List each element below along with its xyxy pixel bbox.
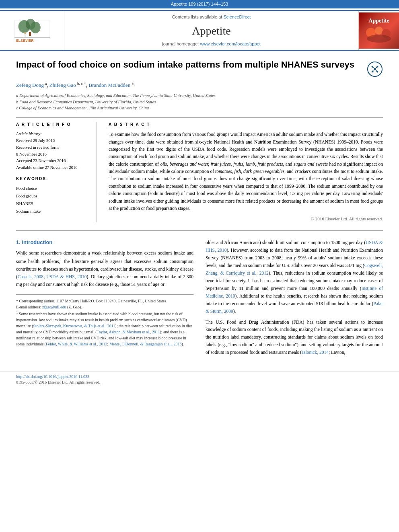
- available-online-date: Available online 27 November 2016: [16, 164, 90, 171]
- divider-2: [16, 230, 383, 231]
- title-row: Impact of food choice on sodium intake p…: [16, 59, 383, 77]
- body-left-col: 1. Introduction While some researchers d…: [16, 239, 193, 360]
- corresponding-footnote: * Corresponding author. 1107 McCarty Hal…: [16, 298, 193, 304]
- elsevier-logo: ELSEVIER: [8, 18, 56, 43]
- journal-title: Appetite: [192, 23, 230, 39]
- crossmark-icon[interactable]: [367, 61, 383, 77]
- affiliation-b: b Food and Resource Economics Department…: [16, 99, 383, 105]
- copyright-line: © 2016 Elsevier Ltd. All rights reserved…: [109, 216, 383, 222]
- bottom-bar: http://dx.doi.org/10.1016/j.appet.2016.1…: [0, 372, 399, 387]
- issn-line: 0195-6663/© 2016 Elsevier Ltd. All right…: [16, 380, 100, 384]
- journal-cover-image: Appetite: [359, 12, 399, 49]
- svg-point-12: [367, 35, 391, 43]
- cover-decoration: [363, 25, 395, 45]
- article-history: Article history: Received 29 July 2016 R…: [16, 131, 90, 171]
- usda-hhs-ref-2[interactable]: USDA & HHS, 2010: [206, 240, 383, 253]
- svg-point-5: [24, 32, 26, 34]
- introduction-title: 1. Introduction: [16, 239, 193, 246]
- journal-citation: Appetite 109 (2017) 144–153: [171, 2, 228, 6]
- keywords-section: Keywords: Food choice Food groups NHANES…: [16, 176, 90, 216]
- keyword-2: Food groups: [16, 193, 90, 200]
- cover-journal-title: Appetite: [368, 17, 389, 25]
- email-footnote: E-mail address: zfgao@ufl.edu (Z. Gao).: [16, 304, 193, 310]
- article-info-abstract: A R T I C L E I N F O Article history: R…: [16, 122, 383, 222]
- keywords-label: Keywords:: [16, 176, 90, 182]
- revised-date: 8 November 2016: [16, 151, 90, 158]
- publisher-logo-area: ELSEVIER: [0, 11, 64, 50]
- body-two-col: 1. Introduction While some researchers d…: [16, 239, 383, 360]
- divider-1: [16, 117, 383, 118]
- email-link[interactable]: zfgao@ufl.edu: [42, 305, 66, 309]
- keyword-4: Sodium intake: [16, 208, 90, 216]
- sciencedirect-link[interactable]: ScienceDirect: [223, 14, 251, 19]
- author-mcfadden[interactable]: Brandon McFadden: [89, 82, 131, 88]
- accepted-date: Accepted 23 November 2016: [16, 158, 90, 164]
- abstract-column: A B S T R A C T To examine how the food …: [109, 122, 383, 222]
- article-title: Impact of food choice on sodium intake p…: [16, 59, 354, 71]
- keywords-list: Food choice Food groups NHANES Sodium in…: [16, 185, 90, 216]
- authors-line: Zefeng Dong a, Zhifeng Gao b, c, *, Bran…: [16, 81, 383, 89]
- affiliation-c: c College of Economics and Management, J…: [16, 105, 383, 111]
- received-date: Received 29 July 2016: [16, 138, 90, 144]
- intro-paragraph-1: While some researchers demonstrate a wea…: [16, 249, 193, 288]
- affiliation-a: a Department of Agricultural Economics, …: [16, 92, 383, 99]
- doi-link[interactable]: http://dx.doi.org/10.1016/j.appet.2016.1…: [16, 374, 89, 379]
- svg-point-17: [374, 68, 376, 70]
- article-info-column: A R T I C L E I N F O Article history: R…: [16, 122, 97, 222]
- abstract-header: A B S T R A C T: [109, 122, 383, 127]
- felder-ref[interactable]: Felder, White, & Williams et al., 2013: [46, 342, 107, 346]
- abstract-text: To examine how the food consumption from…: [109, 131, 383, 212]
- footnote-1-text: 1 Some researchers have shown that sodiu…: [16, 310, 193, 347]
- top-bar: Appetite 109 (2017) 144–153: [0, 0, 399, 8]
- received-revised-label: Received in revised form: [16, 144, 90, 151]
- cogswell-ref[interactable]: Cogswell, Zhang, & Carriquiry et al., 20…: [206, 263, 383, 275]
- author-dong[interactable]: Zefeng Dong: [16, 82, 44, 88]
- keyword-1: Food choice: [16, 185, 90, 193]
- body-right-col: older and African Americans) should limi…: [206, 239, 383, 360]
- palar-ref[interactable]: Palar & Sturm, 2009: [206, 301, 383, 314]
- taylor-ref[interactable]: Taylor, Ashton, & Moxham et al., 2011: [97, 330, 160, 334]
- history-label: Article history:: [16, 131, 90, 138]
- journal-cover-area: Appetite: [359, 11, 399, 50]
- intro-paragraph-right: older and African Americans) should limi…: [206, 239, 383, 357]
- journal-info-center: Contents lists available at ScienceDirec…: [64, 11, 359, 50]
- svg-rect-4: [29, 32, 31, 36]
- main-content: Impact of food choice on sodium intake p…: [0, 51, 399, 368]
- homepage-line: journal homepage: www.elsevier.com/locat…: [162, 41, 261, 47]
- affiliations: a Department of Agricultural Economics, …: [16, 92, 383, 111]
- journal-homepage-link[interactable]: www.elsevier.com/locate/appet: [200, 41, 260, 46]
- svg-text:ELSEVIER: ELSEVIER: [16, 39, 34, 43]
- journal-header: ELSEVIER Contents lists available at Sci…: [0, 10, 399, 51]
- jalonick-ref[interactable]: Jalonick, 2014: [302, 350, 329, 355]
- cassels-ref[interactable]: Cassels, 2008: [18, 274, 43, 279]
- iom-ref[interactable]: Institute of Medicine, 2010: [206, 286, 383, 298]
- usda-hhs-ref-1[interactable]: USDA & HHS, 2010: [46, 274, 86, 279]
- author-gao[interactable]: Zhifeng Gao: [49, 82, 76, 88]
- keyword-3: NHANES: [16, 200, 90, 208]
- stolarz-ref[interactable]: Stolarz-Skrzypek, Kuznetsova, & Thijs et…: [33, 324, 115, 328]
- footnotes-area: * Corresponding author. 1107 McCarty Hal…: [16, 294, 193, 347]
- mente-ref[interactable]: Mente, O'Donnell, & Rangarajan et al., 2…: [109, 342, 182, 346]
- contents-available-line: Contents lists available at ScienceDirec…: [172, 14, 251, 20]
- article-info-header: A R T I C L E I N F O: [16, 122, 90, 127]
- svg-point-3: [30, 22, 41, 33]
